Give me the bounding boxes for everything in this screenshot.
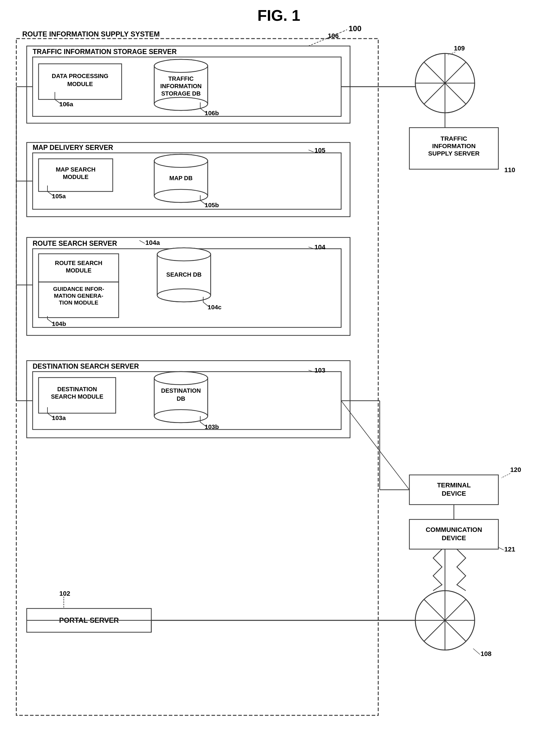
comm-zigzag-1 [433, 549, 442, 591]
ref-106b: 106b [205, 109, 219, 116]
traffic-db-label1: TRAFFIC [168, 75, 194, 82]
ref-100: 100 [349, 24, 361, 33]
comm-device-label2: DEVICE [442, 534, 466, 542]
svg-line-5 [308, 39, 326, 46]
data-processing-module-label2: MODULE [67, 81, 93, 87]
ref-104: 104 [314, 243, 325, 251]
svg-point-17 [154, 372, 208, 385]
traffic-db-label2: INFORMATION [160, 83, 202, 89]
svg-line-34 [341, 401, 409, 490]
svg-point-3 [154, 97, 208, 111]
traffic-supply-label1: TRAFFIC [440, 135, 467, 142]
ref-109: 109 [454, 45, 465, 52]
ref-108: 108 [481, 650, 491, 657]
ref-103b: 103b [205, 423, 219, 430]
guidance-label2: MATION GENERA- [54, 293, 103, 299]
dest-db-label1: DESTINATION [161, 387, 201, 394]
ref-104c: 104c [208, 303, 222, 311]
page-title: FIG. 1 [257, 7, 300, 24]
svg-point-13 [157, 248, 211, 261]
map-search-label1: MAP SEARCH [56, 166, 96, 173]
ref-105: 105 [314, 147, 325, 154]
ref-103a: 103a [52, 414, 66, 421]
terminal-device-label2: DEVICE [442, 490, 466, 497]
route-search-module-label1: ROUTE SEARCH [55, 260, 102, 266]
ref-105a: 105a [52, 193, 66, 199]
comm-device-label1: COMMUNICATION [426, 526, 482, 533]
ref-106: 106 [328, 32, 339, 40]
system-label: ROUTE INFORMATION SUPPLY SYSTEM [22, 30, 160, 38]
terminal-device-label1: TERMINAL [437, 482, 471, 489]
traffic-server-label: TRAFFIC INFORMATION STORAGE SERVER [33, 48, 177, 55]
traffic-supply-label2: INFORMATION [432, 143, 476, 149]
svg-point-9 [154, 154, 208, 167]
svg-point-12 [157, 289, 211, 302]
ref-104b: 104b [52, 320, 66, 327]
dest-search-label1: DESTINATION [57, 386, 97, 392]
traffic-supply-label3: SUPPLY SERVER [428, 150, 480, 157]
svg-point-4 [154, 59, 208, 72]
ref-103: 103 [314, 367, 325, 374]
ref-106a: 106a [59, 101, 73, 107]
search-db-label: SEARCH DB [167, 271, 202, 278]
traffic-db-label3: STORAGE DB [161, 90, 201, 97]
dest-server-label: DESTINATION SEARCH SERVER [33, 362, 139, 370]
ref-121: 121 [504, 545, 515, 553]
route-search-module-label2: MODULE [66, 267, 92, 274]
data-processing-module-label: DATA PROCESSING [52, 73, 108, 79]
ref-104a: 104a [145, 239, 160, 246]
ref-102: 102 [59, 590, 70, 597]
dest-search-label2: SEARCH MODULE [51, 393, 104, 400]
ref-105b: 105b [205, 201, 219, 209]
comm-zigzag-2 [457, 549, 466, 591]
ref-110: 110 [504, 166, 515, 174]
dest-db-label2: DB [177, 395, 185, 402]
guidance-label3: TION MODULE [59, 299, 99, 306]
ref-120: 120 [510, 466, 521, 473]
guidance-label1: GUIDANCE INFOR- [53, 286, 104, 292]
svg-point-16 [154, 410, 208, 423]
map-search-label2: MODULE [63, 174, 89, 180]
svg-point-8 [154, 189, 208, 202]
map-db-label: MAP DB [169, 175, 193, 181]
route-search-server-label: ROUTE SEARCH SERVER [33, 240, 117, 247]
map-server-label: MAP DELIVERY SERVER [33, 144, 113, 151]
